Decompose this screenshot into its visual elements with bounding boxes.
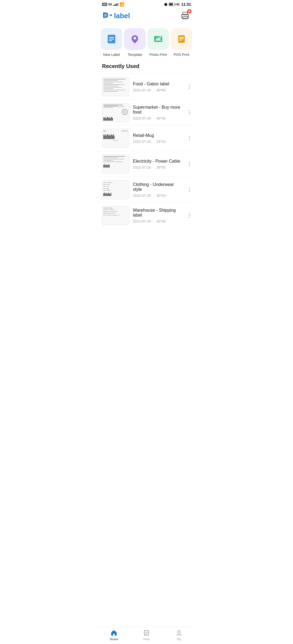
action-photo-print[interactable]: Photo Print bbox=[147, 28, 169, 57]
item-info: Food - Gabor label 2022-07-20 40*60 bbox=[133, 82, 184, 92]
list-item[interactable]: Supermarket - Buy more food 2022-07-20 4… bbox=[98, 99, 195, 125]
item-more-button[interactable] bbox=[188, 135, 191, 142]
status-right: ⬢ 81 11:31 bbox=[164, 2, 191, 7]
action-template[interactable]: Template bbox=[124, 28, 146, 57]
wifi-icon: 📶 bbox=[120, 2, 124, 7]
item-size: 30*20 bbox=[157, 194, 166, 198]
time-display: 11:31 bbox=[181, 2, 191, 7]
item-date: 2022-07-20 bbox=[133, 165, 151, 169]
list-item[interactable]: Name : Underwear Model : 1091 Color : Re… bbox=[98, 177, 195, 202]
photo-print-text: Photo Print bbox=[149, 53, 167, 57]
photo-icon bbox=[153, 34, 164, 44]
svg-point-9 bbox=[187, 16, 188, 17]
logo-text: label bbox=[114, 12, 130, 20]
list-item[interactable]: Mug Price:$ 20 60123586 bbox=[98, 125, 195, 151]
item-size: 38*55 bbox=[157, 165, 166, 169]
action-new-label[interactable]: New Label bbox=[101, 28, 122, 57]
logo: D label bbox=[102, 10, 130, 21]
svg-marker-5 bbox=[109, 14, 112, 16]
action-pos-print[interactable]: POS Print bbox=[171, 28, 192, 57]
list-item[interactable]: Electricity - Power Cable 2022-07-20 38*… bbox=[98, 151, 195, 177]
item-size: 40*30 bbox=[157, 219, 166, 223]
item-name: Clothing - Underwear style bbox=[133, 182, 184, 192]
item-meta: 2022-07-20 40*60 bbox=[133, 88, 184, 92]
pos-print-text: POS Print bbox=[174, 53, 189, 57]
item-size: 25*15 bbox=[157, 140, 166, 144]
item-date: 2022-07-20 bbox=[133, 88, 151, 92]
item-more-button[interactable] bbox=[188, 109, 191, 116]
item-name: Supermarket - Buy more food bbox=[133, 105, 184, 115]
signal-bars bbox=[113, 3, 119, 6]
logo-icon: D bbox=[102, 10, 113, 21]
header: D label bbox=[98, 8, 195, 26]
item-more-button[interactable] bbox=[188, 83, 191, 90]
item-thumbnail: Mug Price:$ 20 60123586 bbox=[102, 129, 129, 148]
item-meta: 2022-07-20 30*20 bbox=[133, 194, 184, 198]
item-thumbnail bbox=[102, 154, 129, 173]
photo-icon-wrap bbox=[147, 28, 169, 50]
item-size: 40*60 bbox=[157, 88, 166, 92]
svg-point-16 bbox=[133, 37, 136, 40]
hd-badge: HD bbox=[102, 3, 107, 6]
item-size: 40*30 bbox=[157, 116, 166, 120]
item-meta: 2022-07-20 40*30 bbox=[133, 219, 184, 223]
item-name: Electricity - Power Cable bbox=[133, 159, 184, 164]
recently-used-title: Recently Used bbox=[98, 63, 195, 74]
item-more-button[interactable] bbox=[188, 186, 191, 193]
item-date: 2022-07-20 bbox=[133, 140, 151, 144]
item-thumbnail bbox=[102, 103, 129, 122]
svg-point-20 bbox=[160, 36, 161, 38]
item-info: Electricity - Power Cable 2022-07-20 38*… bbox=[133, 159, 184, 169]
item-name: Food - Gabor label bbox=[133, 82, 184, 86]
pos-icon bbox=[176, 34, 187, 44]
battery-indicator: 81 bbox=[169, 3, 180, 6]
quick-actions: New Label Template Photo Print bbox=[98, 26, 195, 63]
printer-badge bbox=[187, 9, 192, 14]
item-info: Warehouse - Shipping label 2022-07-20 40… bbox=[133, 208, 184, 223]
item-meta: 2022-07-20 38*55 bbox=[133, 165, 184, 169]
item-info: Supermarket - Buy more food 2022-07-20 4… bbox=[133, 105, 184, 120]
svg-rect-8 bbox=[183, 17, 187, 19]
item-date: 2022-07-20 bbox=[133, 194, 151, 198]
item-more-button[interactable] bbox=[188, 160, 191, 168]
item-date: 2022-07-20 bbox=[133, 116, 151, 120]
new-label-text: New Label bbox=[103, 53, 120, 57]
network-indicator: 5G bbox=[108, 3, 112, 6]
pos-icon-wrap bbox=[171, 28, 192, 50]
item-thumbnail bbox=[102, 77, 129, 96]
status-left: HD 5G 📶 bbox=[102, 2, 124, 7]
bluetooth-icon: ⬢ bbox=[164, 2, 167, 7]
main-content: Recently Used Food - Gabo bbox=[98, 63, 195, 247]
item-name: Warehouse - Shipping label bbox=[133, 208, 184, 218]
recent-items-list: Food - Gabor label 2022-07-20 40*60 bbox=[98, 74, 195, 228]
item-info: Clothing - Underwear style 2022-07-20 30… bbox=[133, 182, 184, 198]
new-label-icon-wrap bbox=[101, 28, 122, 50]
item-meta: 2022-07-20 25*15 bbox=[133, 140, 184, 144]
battery-level: 81 bbox=[176, 3, 180, 6]
template-icon bbox=[129, 34, 140, 44]
item-thumbnail: SKU:88828838888 Warehouse: XX platform w… bbox=[102, 206, 129, 225]
new-label-icon bbox=[106, 34, 117, 44]
status-bar: HD 5G 📶 ⬢ 81 11:31 bbox=[98, 0, 195, 8]
item-meta: 2022-07-20 40*30 bbox=[133, 116, 184, 120]
template-icon-wrap bbox=[124, 28, 146, 50]
list-item[interactable]: SKU:88828838888 Warehouse: XX platform w… bbox=[98, 202, 195, 228]
printer-button[interactable] bbox=[179, 10, 191, 22]
item-name: Retail-Mug bbox=[133, 133, 184, 138]
item-thumbnail: Name : Underwear Model : 1091 Color : Re… bbox=[102, 180, 129, 199]
item-info: Retail-Mug 2022-07-20 25*15 bbox=[133, 133, 184, 144]
template-text: Template bbox=[128, 53, 142, 57]
list-item[interactable]: Food - Gabor label 2022-07-20 40*60 bbox=[98, 74, 195, 99]
item-more-button[interactable] bbox=[188, 212, 191, 219]
item-date: 2022-07-20 bbox=[133, 219, 151, 223]
